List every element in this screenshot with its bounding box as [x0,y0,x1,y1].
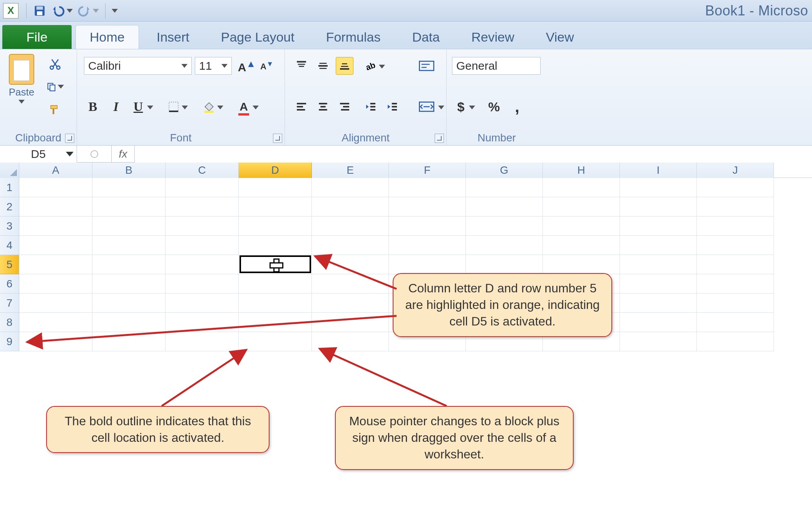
cell[interactable] [312,313,389,332]
cell[interactable] [697,332,774,351]
increase-indent-button[interactable] [383,98,401,116]
cell[interactable] [19,313,92,332]
cell[interactable] [543,178,620,197]
tab-review[interactable]: Review [457,25,528,49]
fill-color-caret[interactable] [217,106,223,109]
cell[interactable] [466,236,543,255]
row-header[interactable]: 5 [0,255,19,274]
cell[interactable] [389,236,466,255]
cell[interactable] [239,274,312,294]
cell[interactable] [312,274,389,294]
merge-center-button[interactable] [416,98,437,116]
save-button[interactable] [31,2,48,19]
insert-function-button[interactable]: fx [112,146,135,163]
tab-page-layout[interactable]: Page Layout [207,25,308,49]
column-header[interactable]: J [697,163,774,178]
cell[interactable] [166,332,239,351]
redo-button[interactable] [76,2,93,19]
cell[interactable] [166,294,239,313]
align-left-button[interactable] [293,98,310,116]
wrap-text-button[interactable] [416,57,437,75]
redo-menu-caret[interactable] [93,9,99,13]
underline-caret[interactable] [147,106,153,109]
font-color-caret[interactable] [253,106,259,109]
cell[interactable] [92,216,166,236]
tab-view[interactable]: View [532,25,588,49]
cell[interactable] [19,236,92,255]
column-header[interactable]: C [166,163,239,178]
cell[interactable] [466,197,543,216]
paste-caret[interactable] [18,100,25,104]
cell[interactable] [239,197,312,216]
cell[interactable] [19,332,92,351]
grow-font-button[interactable]: A▲ [238,57,256,75]
cell[interactable] [466,216,543,236]
cell[interactable] [697,178,774,197]
cell[interactable] [697,294,774,313]
column-header[interactable]: H [543,163,620,178]
format-painter-button[interactable] [46,101,64,119]
font-name-combo[interactable]: Calibri [84,57,192,75]
cut-button[interactable] [46,55,64,73]
column-header[interactable]: D [239,163,312,178]
app-icon[interactable]: X [3,3,18,18]
cell[interactable] [312,332,389,351]
column-header[interactable]: A [19,163,92,178]
cell[interactable] [697,197,774,216]
cell[interactable] [92,255,166,274]
select-all-corner[interactable] [0,163,19,178]
cell[interactable] [239,236,312,255]
cell[interactable] [620,332,697,351]
undo-menu-caret[interactable] [67,9,73,13]
comma-style-button[interactable]: , [508,98,526,116]
cell[interactable] [312,216,389,236]
cell[interactable] [543,255,620,274]
cell[interactable] [312,294,389,313]
cell[interactable] [389,197,466,216]
row-header[interactable]: 6 [0,274,19,294]
cell[interactable] [92,274,166,294]
name-box[interactable]: D5 [0,146,77,163]
font-size-caret[interactable] [221,64,228,68]
align-right-button[interactable] [336,98,353,116]
cell[interactable] [166,216,239,236]
bold-button[interactable]: B [84,98,102,116]
align-bottom-button[interactable] [336,57,353,75]
row-header[interactable]: 7 [0,294,19,313]
clipboard-launcher[interactable] [65,134,74,143]
font-color-button[interactable]: A [235,98,253,116]
tab-insert[interactable]: Insert [143,25,203,49]
percent-button[interactable]: % [485,98,503,116]
copy-caret[interactable] [58,85,64,89]
name-box-caret[interactable] [66,152,74,156]
align-middle-button[interactable] [314,57,332,75]
cell[interactable] [239,294,312,313]
cell[interactable] [19,178,92,197]
cell[interactable] [466,255,543,274]
row-header[interactable]: 9 [0,332,19,351]
cell[interactable] [697,236,774,255]
alignment-launcher[interactable] [435,134,444,143]
cell[interactable] [239,313,312,332]
cell[interactable] [697,255,774,274]
align-center-button[interactable] [314,98,332,116]
underline-button[interactable]: U [129,98,147,116]
cell[interactable] [19,255,92,274]
cell[interactable] [92,236,166,255]
cell[interactable] [312,197,389,216]
cell[interactable] [239,216,312,236]
column-header[interactable]: G [466,163,543,178]
copy-button[interactable] [46,78,64,96]
cell[interactable] [312,255,389,274]
shrink-font-button[interactable]: A▼ [258,57,276,75]
cell[interactable] [620,255,697,274]
cell[interactable] [92,313,166,332]
row-header[interactable]: 8 [0,313,19,332]
row-header[interactable]: 2 [0,197,19,216]
orientation-button[interactable]: ab [362,57,380,75]
fill-color-button[interactable] [200,98,218,116]
decrease-indent-button[interactable] [362,98,380,116]
column-header[interactable]: I [620,163,697,178]
cell[interactable] [239,178,312,197]
align-top-button[interactable] [293,57,310,75]
